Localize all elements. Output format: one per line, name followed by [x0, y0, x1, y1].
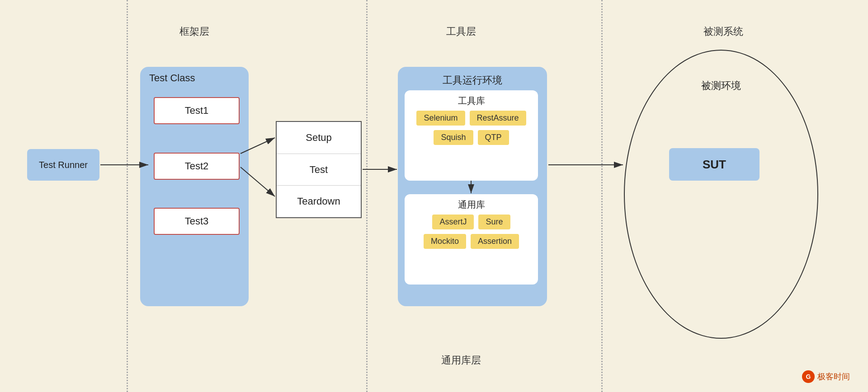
tested-system-label: 被测系统: [678, 25, 769, 38]
diagram-container: 框架层 工具层 被测系统 Test Runner Test Class Test…: [0, 0, 868, 392]
tool-lib-label: 工具库: [405, 95, 538, 107]
chip-squish: Squish: [434, 130, 473, 145]
divider-left: [127, 0, 128, 392]
watermark: G 极客时间: [802, 370, 850, 383]
chip-assertion: Assertion: [471, 234, 519, 249]
test1-label: Test1: [185, 105, 209, 117]
test3-label: Test3: [185, 215, 209, 227]
teardown-item: Teardown: [277, 186, 361, 217]
chip-mockito: Mockito: [424, 234, 466, 249]
sut-box: SUT: [669, 148, 760, 181]
common-lib-label: 通用库: [405, 199, 538, 211]
framework-layer-label: 框架层: [149, 25, 240, 38]
test-runner-label: Test Runner: [39, 160, 88, 170]
test-item-lc: Test: [277, 154, 361, 186]
tool-env-label: 工具运行环境: [405, 74, 540, 87]
test-class-label: Test Class: [149, 72, 195, 84]
tool-lib-box: 工具库 Selenium RestAssure Squish QTP: [405, 90, 538, 181]
test3-item: Test3: [154, 208, 240, 235]
common-lib-layer-label: 通用库层: [416, 354, 506, 367]
teardown-label: Teardown: [297, 196, 340, 207]
tested-env-label: 被测环境: [624, 79, 818, 93]
divider-right: [601, 0, 603, 392]
lifecycle-box: Setup Test Teardown: [276, 121, 362, 218]
common-chips: AssertJ Sure Mockito Assertion: [405, 215, 538, 254]
chip-qtp: QTP: [478, 130, 509, 145]
test2-item: Test2: [154, 153, 240, 180]
watermark-icon: G: [802, 370, 815, 383]
test2-label: Test2: [185, 160, 209, 172]
setup-item: Setup: [277, 122, 361, 154]
chip-sure: Sure: [478, 215, 510, 229]
chip-assertj: AssertJ: [432, 215, 474, 229]
test-label: Test: [310, 164, 328, 176]
chip-restassure: RestAssure: [470, 111, 526, 126]
tested-env-ellipse: [624, 50, 818, 339]
common-lib-box: 通用库 AssertJ Sure Mockito Assertion: [405, 194, 538, 285]
tool-chips: Selenium RestAssure Squish QTP: [405, 111, 538, 150]
watermark-text: 极客时间: [817, 371, 850, 382]
divider-middle: [366, 0, 368, 392]
setup-label: Setup: [306, 132, 332, 144]
test1-item: Test1: [154, 97, 240, 124]
chip-selenium: Selenium: [416, 111, 465, 126]
test-runner-box: Test Runner: [27, 149, 99, 181]
tool-layer-label: 工具层: [416, 25, 506, 38]
sut-label: SUT: [703, 158, 726, 172]
